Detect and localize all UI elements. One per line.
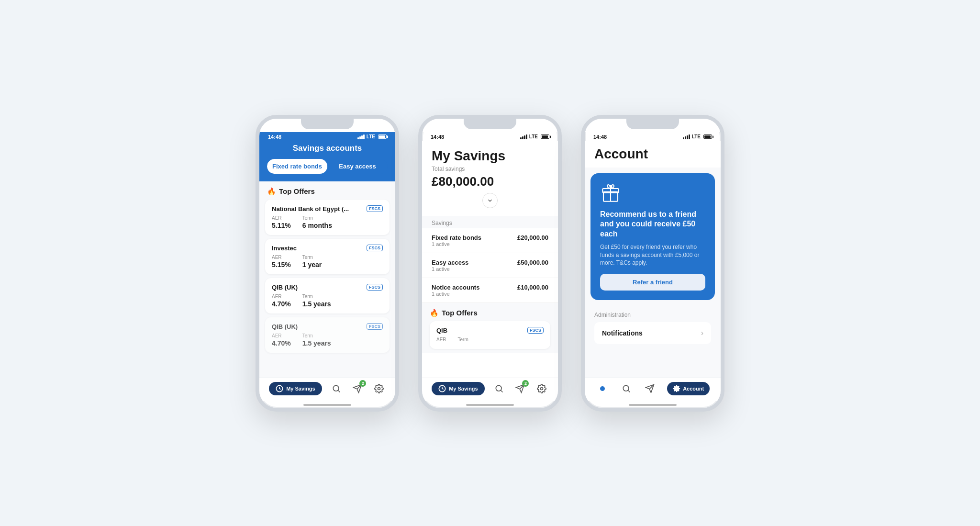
phone3-content: Account Recommend u: [585, 141, 721, 378]
offer-card-3[interactable]: QIB (UK) FSCS AER 4.70% Term 1.5 years: [265, 278, 390, 313]
lte-label-3: LTE: [692, 134, 701, 139]
phone2-wrapper: 14:48 LTE My Savings: [418, 115, 562, 412]
tab-fixed-rate[interactable]: Fixed rate bonds: [267, 159, 327, 174]
phone3-wrapper: 14:48 LTE Account: [581, 115, 724, 412]
notch-cutout2: [464, 119, 516, 129]
account-nav-label-3: Account: [683, 386, 704, 392]
savings-icon-1: [276, 385, 283, 392]
savings-row-fixed-amount: £20,000.00: [517, 234, 548, 241]
bank-name-1: National Bank of Egypt (...: [272, 205, 349, 213]
fscs-badge-3: FSCS: [367, 284, 383, 291]
tab-easy-access[interactable]: Easy access: [327, 159, 388, 174]
search-nav-1[interactable]: [330, 382, 343, 395]
lte-label-2: LTE: [529, 134, 538, 139]
term-section-4: Term 1.5 years: [302, 333, 331, 347]
notch-cutout3: [626, 119, 679, 129]
phone1-wrapper: 14:48 LTE S: [256, 115, 399, 412]
savings-row-fixed-left: Fixed rate bonds 1 active: [432, 234, 481, 247]
my-savings-label-2: My Savings: [449, 386, 478, 392]
offer-card-1[interactable]: National Bank of Egypt (... FSCS AER 5.1…: [265, 200, 390, 235]
top-offer-fscs-2: FSCS: [527, 327, 544, 334]
aer-section-4: AER 4.70%: [272, 333, 291, 347]
term-section-1: Term 6 months: [302, 215, 332, 229]
top-offer-aer-2: AER: [436, 337, 446, 343]
offer-details-4: AER 4.70% Term 1.5 years: [272, 333, 383, 347]
search-icon-1: [332, 384, 341, 393]
home-bar-1: [303, 404, 351, 406]
referral-card: Recommend us to a friend and you could r…: [590, 173, 715, 301]
fire-icon-1: 🔥: [267, 187, 276, 196]
bottom-nav-3: Account: [585, 378, 721, 401]
gear-icon-1: [374, 384, 384, 393]
savings-row-notice-amount: £10,000.00: [517, 284, 548, 291]
offer-card-4[interactable]: QIB (UK) FSCS AER 4.70% Term 1.5 years: [265, 317, 390, 353]
my-savings-nav-1[interactable]: My Savings: [269, 382, 322, 395]
svg-point-20: [676, 388, 678, 390]
account-page-title: Account: [585, 141, 721, 166]
home-icon-3: [598, 384, 607, 393]
fire-icon-2: 🔥: [430, 309, 439, 317]
battery-icon-1: [378, 134, 387, 139]
top-offer-bank-2: QIB: [436, 327, 447, 334]
gear-icon-3: [673, 385, 680, 392]
term-section-3: Term 1.5 years: [302, 294, 331, 308]
offer-details-3: AER 4.70% Term 1.5 years: [272, 294, 383, 308]
home-bar-3: [629, 404, 677, 406]
top-offer-term-2: Term: [458, 337, 468, 343]
tab-bar-1: Fixed rate bonds Easy access: [267, 159, 388, 174]
fscs-badge-2: FSCS: [367, 245, 383, 251]
settings-nav-2[interactable]: [535, 382, 548, 395]
svg-point-15: [601, 386, 604, 390]
search-nav-3[interactable]: [620, 382, 633, 395]
status-time-2: 14:48: [431, 134, 444, 140]
bank-name-4: QIB (UK): [272, 323, 298, 330]
send-nav-3[interactable]: [643, 382, 657, 395]
total-savings-amount: £80,000.00: [432, 174, 548, 189]
offer-header-4: QIB (UK) FSCS: [272, 323, 383, 330]
savings-row-easy[interactable]: Easy access 1 active £50,000.00: [422, 253, 558, 278]
term-section-2: Term 1 year: [302, 255, 322, 269]
notch2: [422, 119, 558, 132]
phone1-title: Savings accounts: [267, 144, 388, 153]
top-offer-card-2[interactable]: QIB FSCS AER Term: [430, 321, 550, 349]
status-time-3: 14:48: [593, 134, 607, 140]
home-nav-3[interactable]: [596, 382, 609, 395]
savings-row-notice[interactable]: Notice accounts 1 active £10,000.00: [422, 278, 558, 303]
send-icon-3: [645, 384, 655, 393]
top-offers-section-2: 🔥 Top Offers QIB FSCS AER: [422, 303, 558, 353]
svg-point-11: [540, 387, 543, 390]
account-nav-3[interactable]: Account: [667, 382, 710, 395]
search-icon-2: [494, 384, 504, 393]
referral-title: Recommend us to a friend and you could r…: [600, 210, 705, 239]
savings-row-notice-left: Notice accounts 1 active: [432, 284, 479, 297]
top-offer-details-2: AER Term: [436, 337, 544, 343]
phone1-header: Savings accounts Fixed rate bonds Easy a…: [259, 141, 395, 181]
notifications-row[interactable]: Notifications ›: [594, 322, 711, 344]
battery-icon-2: [541, 134, 549, 139]
offer-details-1: AER 5.11% Term 6 months: [272, 215, 383, 229]
svg-point-16: [623, 385, 629, 391]
my-savings-label-1: My Savings: [286, 386, 315, 392]
offer-card-2[interactable]: Investec FSCS AER 5.15% Term 1 year: [265, 239, 390, 274]
savings-header: My Savings Total savings £80,000.00: [422, 141, 558, 216]
refer-friend-button[interactable]: Refer a friend: [600, 274, 705, 291]
chevron-circle[interactable]: [482, 193, 498, 208]
status-right-2: LTE: [520, 134, 549, 139]
phone1: 14:48 LTE S: [256, 115, 399, 412]
gift-svg: [601, 184, 620, 203]
aer-section-2: AER 5.15%: [272, 255, 291, 269]
send-nav-2[interactable]: 2: [513, 382, 527, 395]
status-right-1: LTE: [357, 134, 387, 139]
bottom-nav-2: My Savings 2: [422, 378, 558, 401]
signal-icon-1: [357, 134, 365, 139]
settings-nav-1[interactable]: [372, 382, 386, 395]
referral-desc: Get £50 for every friend you refer who f…: [600, 243, 705, 267]
savings-row-fixed[interactable]: Fixed rate bonds 1 active £20,000.00: [422, 228, 558, 253]
send-nav-1[interactable]: 2: [351, 382, 364, 395]
chevron-btn[interactable]: [432, 193, 548, 208]
my-savings-nav-2[interactable]: My Savings: [432, 382, 485, 395]
phone2-content: My Savings Total savings £80,000.00 Savi…: [422, 141, 558, 378]
savings-row-easy-left: Easy access 1 active: [432, 259, 468, 272]
notch1: [259, 119, 395, 132]
search-nav-2[interactable]: [492, 382, 506, 395]
